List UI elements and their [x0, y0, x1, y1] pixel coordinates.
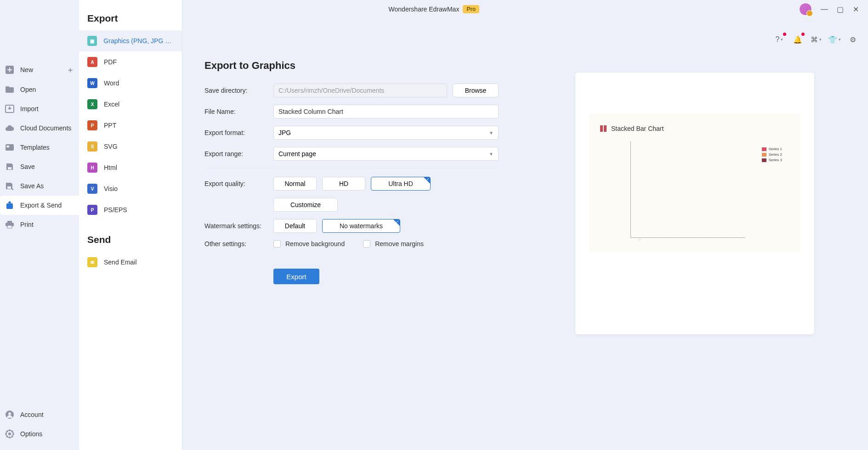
export-button[interactable]: Export — [273, 269, 319, 284]
primary-sidebar: New ＋ Open Import Cloud Documents Templa… — [0, 0, 79, 450]
label-export-quality: Export quality: — [204, 180, 273, 187]
export-format-select[interactable]: JPG ▼ — [273, 126, 499, 140]
check-icon — [424, 177, 430, 184]
excel-icon: X — [87, 99, 97, 109]
print-icon — [5, 219, 15, 230]
watermark-default[interactable]: Default — [273, 219, 317, 233]
svg-rect-3 — [8, 167, 11, 169]
cloud-icon — [5, 123, 15, 133]
save-directory-input[interactable] — [273, 84, 447, 97]
svg-rect-2 — [6, 146, 9, 147]
save-icon — [5, 162, 15, 172]
format-html[interactable]: H Html — [79, 157, 182, 178]
plus-icon: ＋ — [66, 64, 74, 75]
chart-plot: 2040241632161430121836142040202442242644… — [630, 141, 745, 238]
preview-card: Stacked Bar Chart 2040241632161430121836… — [575, 73, 814, 334]
nav-account[interactable]: Account — [0, 405, 79, 424]
format-ppt[interactable]: P PPT — [79, 115, 182, 136]
format-graphics[interactable]: ▦ Graphics (PNG, JPG et... — [79, 30, 182, 51]
svg-point-12 — [8, 433, 11, 435]
preview-canvas: Stacked Bar Chart 2040241632161430121836… — [589, 114, 800, 252]
format-pseps[interactable]: P PS/EPS — [79, 199, 182, 220]
nav-save-as[interactable]: Save As — [0, 176, 79, 196]
divider — [204, 168, 499, 169]
label-file-name: File Name: — [204, 108, 273, 115]
check-icon — [393, 219, 400, 226]
html-icon: H — [87, 163, 97, 173]
main-content: Export to Graphics Save directory: Brows… — [182, 0, 868, 450]
nav-new[interactable]: New ＋ — [0, 60, 79, 80]
quality-normal[interactable]: Normal — [273, 177, 317, 191]
chevron-down-icon: ▼ — [489, 130, 494, 135]
format-visio[interactable]: V Visio — [79, 178, 182, 199]
label-save-directory: Save directory: — [204, 87, 273, 94]
svg-rect-4 — [7, 186, 11, 189]
quality-customize[interactable]: Customize — [273, 198, 338, 212]
pdf-icon: A — [87, 57, 97, 67]
nav-cloud-documents[interactable]: Cloud Documents — [0, 118, 79, 138]
send-heading: Send — [79, 220, 182, 252]
svg-point-10 — [8, 412, 11, 415]
format-svg[interactable]: S SVG — [79, 136, 182, 157]
nav-options[interactable]: Options — [0, 424, 79, 444]
svg-rect-7 — [7, 221, 12, 223]
svg-icon: S — [87, 141, 97, 152]
nav-export-send[interactable]: Export & Send — [0, 196, 79, 215]
word-icon: W — [87, 78, 97, 88]
file-name-input[interactable] — [273, 105, 499, 118]
browse-button[interactable]: Browse — [453, 84, 499, 97]
mail-icon: ✉ — [87, 257, 97, 267]
bar-chart-icon — [600, 125, 607, 132]
chart-legend: Series 1Series 2Series 3 — [762, 147, 782, 163]
send-email[interactable]: ✉ Send Email — [79, 252, 182, 273]
checkbox-icon — [363, 240, 370, 248]
export-range-select[interactable]: Current page ▼ — [273, 147, 499, 161]
export-heading: Export — [79, 13, 182, 30]
user-icon — [5, 410, 15, 420]
nav-open[interactable]: Open — [0, 80, 79, 99]
label-other-settings: Other settings: — [204, 240, 273, 248]
nav-import[interactable]: Import — [0, 99, 79, 118]
import-icon — [5, 104, 15, 114]
save-as-icon — [5, 181, 15, 191]
watermark-none[interactable]: No watermarks — [322, 219, 400, 233]
ppt-icon: P — [87, 120, 97, 130]
chart-title: Stacked Bar Chart — [611, 125, 664, 132]
templates-icon — [5, 142, 15, 152]
gear-icon — [5, 429, 15, 439]
nav-templates[interactable]: Templates — [0, 138, 79, 157]
format-pdf[interactable]: A PDF — [79, 51, 182, 73]
plus-square-icon — [5, 65, 15, 75]
label-export-range: Export range: — [204, 150, 273, 158]
format-word[interactable]: W Word — [79, 73, 182, 94]
export-format-panel: Export ▦ Graphics (PNG, JPG et... A PDF … — [79, 0, 182, 450]
label-watermark: Watermark settings: — [204, 222, 273, 230]
ps-icon: P — [87, 205, 97, 215]
image-icon: ▦ — [87, 36, 97, 46]
quality-hd[interactable]: HD — [322, 177, 365, 191]
export-icon — [5, 200, 15, 210]
chevron-down-icon: ▼ — [489, 152, 494, 157]
checkbox-icon — [273, 240, 281, 248]
nav-print[interactable]: Print — [0, 215, 79, 234]
remove-margins-checkbox[interactable]: Remove margins — [363, 240, 424, 248]
remove-background-checkbox[interactable]: Remove background — [273, 240, 345, 248]
nav-save[interactable]: Save — [0, 157, 79, 176]
quality-ultra-hd[interactable]: Ultra HD — [371, 177, 431, 191]
preview-panel: Stacked Bar Chart 2040241632161430121836… — [540, 60, 850, 450]
format-excel[interactable]: X Excel — [79, 94, 182, 115]
page-title: Export to Graphics — [204, 60, 499, 72]
svg-rect-8 — [7, 225, 12, 228]
visio-icon: V — [87, 184, 97, 194]
label-export-format: Export format: — [204, 129, 273, 136]
folder-icon — [5, 84, 15, 95]
